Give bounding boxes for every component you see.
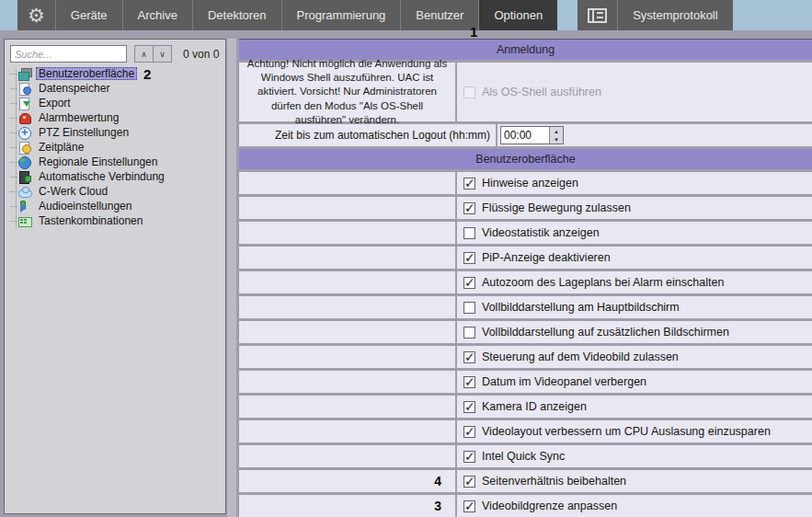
logout-timeout-spinner: ▲ ▼ (500, 126, 564, 144)
option-label: Flüssige Bewegung zulassen (482, 201, 631, 214)
section-header-benutzeroberflaeche: Benutzeroberfläche (239, 149, 812, 169)
sidebar-item-export[interactable]: Export (5, 96, 225, 110)
option-checkbox[interactable] (463, 351, 475, 363)
option-checkbox[interactable] (463, 178, 475, 190)
logout-value-cell: ▲ ▼ (497, 124, 812, 146)
uac-warning-text: Achtung! Nicht möglich die Anwendung als… (239, 57, 455, 127)
row-annotation-cell (239, 420, 455, 442)
tab-detektoren[interactable]: Detektoren (192, 0, 281, 30)
option-checkbox[interactable] (463, 451, 475, 463)
settings-gear-tab[interactable]: ⚙ (17, 0, 55, 30)
options-panel: Anmeldung Achtung! Nicht möglich die Anw… (239, 39, 812, 517)
option-checkbox[interactable] (463, 252, 475, 264)
tree-item-label: Datenspeicher (36, 82, 112, 95)
search-result-counter: 0 von 0 (183, 48, 219, 61)
window-ui-icon (18, 68, 31, 80)
os-shell-label: Als OS-Shell ausführen (482, 86, 601, 98)
option-label: Vollbilddarstellung am Hauptbildschirm (482, 301, 680, 314)
settings-row: Videolayout verbessern um CPU Auslasung … (239, 420, 812, 442)
tab-benutzer[interactable]: Benutzer (400, 0, 478, 30)
sidebar-item-automatische-verbindung[interactable]: Automatische Verbindung (5, 169, 225, 184)
sidebar-item-alarmbewertung[interactable]: Alarmbewertung (5, 110, 225, 125)
sidebar-item-audioeinstellungen[interactable]: Audioeinstellungen (5, 199, 225, 213)
tree-item-label: Alarmbewertung (36, 111, 121, 124)
tab-programmierung[interactable]: Programmierung (281, 0, 401, 30)
microphone-speaker-icon (18, 201, 31, 213)
option-checkbox[interactable] (463, 401, 475, 413)
logout-timeout-input[interactable] (501, 127, 549, 144)
syslog-icon-tab[interactable] (578, 0, 617, 30)
sidebar-splitter[interactable] (227, 39, 236, 517)
spin-up-icon[interactable]: ▲ (550, 127, 563, 135)
tree-item-label: Audioeinstellungen (36, 200, 134, 213)
settings-row: PiP-Anzeige deaktivieren (239, 247, 812, 269)
settings-row: Hinweise anzeigen (239, 172, 812, 194)
tab-label: Benutzer (416, 8, 463, 22)
os-shell-cell: Als OS-Shell ausführen (457, 63, 812, 121)
alarm-siren-icon (18, 112, 31, 124)
tab-label: Optionen (494, 8, 543, 22)
section-header-label: Anmeldung (497, 43, 555, 56)
sidebar-item-ptz-einstellungen[interactable]: PTZ Einstellungen (5, 125, 225, 140)
logout-label-cell: Zeit bis zum automatischen Logout (hh:mm… (239, 124, 496, 146)
tree-item-label: Export (36, 97, 74, 109)
settings-row: Intel Quick Sync (239, 445, 812, 467)
row-option-cell: Videobildgrenze anpassen (457, 495, 812, 517)
option-label: Videostatistik anzeigen (482, 226, 600, 239)
sidebar-item-zeitplaene[interactable]: Zeitpläne (5, 140, 225, 155)
row-annotation-cell (239, 346, 455, 368)
tab-geraete[interactable]: Geräte (55, 0, 122, 30)
option-checkbox[interactable] (463, 277, 475, 289)
row-option-cell: Vollbilddarstellung am Hauptbildschirm (457, 296, 812, 318)
row-option-cell: Intel Quick Sync (457, 445, 812, 467)
option-checkbox[interactable] (463, 426, 475, 438)
search-prev-button[interactable]: ∧ (134, 45, 154, 63)
sidebar-item-c-werk-cloud[interactable]: C-Werk Cloud (5, 184, 225, 199)
option-checkbox[interactable] (463, 302, 475, 314)
spin-down-icon[interactable]: ▼ (550, 135, 563, 144)
schedule-clock-icon (18, 142, 31, 154)
sidebar-item-tastenkombinationen[interactable]: Tastenkombinationen (5, 213, 225, 228)
option-checkbox[interactable] (463, 327, 475, 339)
search-input[interactable] (10, 45, 127, 63)
row-annotation-cell (239, 222, 455, 244)
option-label: Hinweise anzeigen (482, 177, 578, 190)
settings-row: Autozoom des Lageplans bei Alarm einscha… (239, 271, 812, 293)
storage-document-icon (18, 83, 31, 95)
sidebar-item-datenspeicher[interactable]: Datenspeicher (5, 81, 225, 96)
tab-optionen[interactable]: Optionen (478, 0, 557, 30)
option-checkbox[interactable] (463, 227, 475, 239)
os-shell-checkbox[interactable] (463, 86, 475, 98)
option-label: Vollbilddarstellung auf zusätzlichen Bil… (482, 326, 729, 339)
sidebar-item-regionale-einstellungen[interactable]: Regionale Einstellungen (5, 155, 225, 169)
row-option-cell: Videostatistik anzeigen (457, 222, 812, 244)
warning-cell: Achtung! Nicht möglich die Anwendung als… (239, 63, 455, 121)
row-annotation-cell (239, 296, 455, 318)
sidebar-item-benutzeroberflaeche[interactable]: Benutzeroberfläche 2 (5, 66, 225, 81)
row-option-cell: Seitenverhältnis beibehalten (457, 470, 812, 492)
tab-systemprotokoll[interactable]: Systemprotokoll (617, 0, 732, 30)
option-checkbox[interactable] (463, 376, 475, 388)
row-annotation-cell: 3 (239, 495, 455, 517)
tab-label: Archive (138, 8, 177, 22)
option-label: Videolayout verbessern um CPU Auslasung … (482, 425, 771, 438)
option-checkbox[interactable] (463, 500, 475, 512)
settings-sidebar: ∧ ∨ 0 von 0 Benutzeroberfläche 2 Datensp… (4, 39, 226, 514)
row-annotation-cell (239, 271, 455, 293)
row-annotation-cell (239, 396, 455, 418)
option-checkbox[interactable] (463, 476, 475, 488)
tree-item-label: Regionale Einstellungen (36, 155, 160, 168)
tree-item-label: PTZ Einstellungen (36, 126, 132, 139)
option-checkbox[interactable] (463, 202, 475, 214)
tab-label: Geräte (71, 8, 108, 22)
export-document-icon (18, 98, 31, 109)
row-annotation-cell (239, 172, 455, 194)
search-next-button[interactable]: ∨ (153, 45, 172, 63)
settings-row: Videostatistik anzeigen (239, 222, 812, 244)
option-label: Intel Quick Sync (482, 450, 565, 463)
tab-archive[interactable]: Archive (122, 0, 192, 30)
row-annotation: 4 (434, 474, 441, 488)
ptz-crosshair-icon (18, 127, 31, 139)
option-label: Datum im Videopanel verbergen (482, 375, 646, 388)
settings-row: Kamera ID anzeigen (239, 396, 812, 418)
